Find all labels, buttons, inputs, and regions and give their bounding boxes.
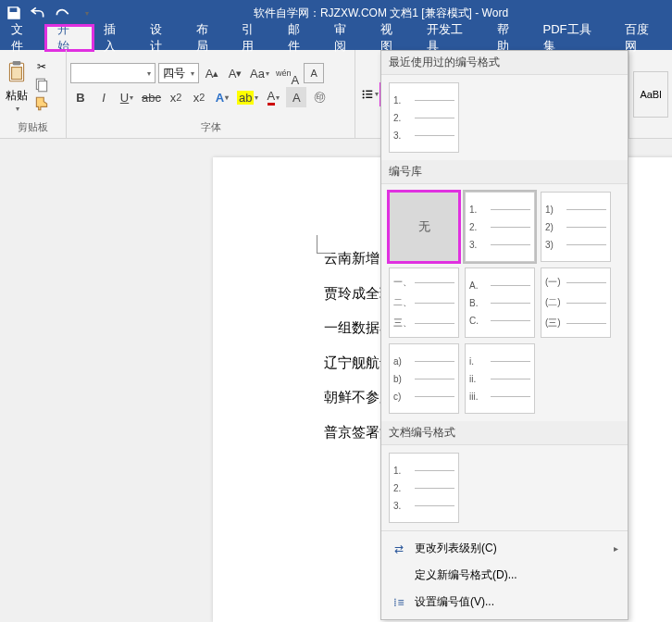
- ribbon: 粘贴 ▾ ✂ 剪贴板 ▾ 四号▾ A▴ A▾: [0, 50, 672, 139]
- font-group-label: 字体: [70, 118, 351, 136]
- svg-rect-2: [12, 68, 22, 80]
- clipboard-group-label: 剪贴板: [4, 118, 62, 136]
- doc-formats-title: 文档编号格式: [381, 421, 628, 445]
- tab-review[interactable]: 审阅: [323, 26, 369, 50]
- svg-point-7: [363, 93, 365, 94]
- define-new-format[interactable]: 定义新编号格式(D)...: [381, 562, 628, 589]
- superscript-icon[interactable]: x2: [189, 87, 209, 107]
- svg-rect-1: [13, 61, 21, 65]
- numbering-option[interactable]: 1) 2) 3): [541, 192, 611, 262]
- change-list-level[interactable]: ⇄ 更改列表级别(C) ▸: [381, 535, 628, 562]
- font-name-combo[interactable]: ▾: [70, 63, 156, 83]
- change-level-icon: ⇄: [391, 542, 407, 555]
- shrink-font-icon[interactable]: A▾: [225, 63, 245, 83]
- svg-rect-8: [366, 93, 372, 94]
- font-size-combo[interactable]: 四号▾: [158, 63, 199, 83]
- char-shading-icon[interactable]: A: [286, 87, 306, 107]
- set-numbering-value[interactable]: ⁞≡ 设置编号值(V)...: [381, 589, 628, 616]
- tab-references[interactable]: 引用: [230, 26, 277, 50]
- tab-file[interactable]: 文件: [0, 26, 46, 50]
- tab-insert[interactable]: 插入: [93, 26, 139, 50]
- subscript-icon[interactable]: x2: [166, 87, 186, 107]
- phonetic-guide-icon[interactable]: wénA: [274, 63, 301, 83]
- tab-developer[interactable]: 开发工具: [416, 26, 486, 50]
- grow-font-icon[interactable]: A▴: [202, 63, 222, 83]
- library-title: 编号库: [381, 160, 628, 184]
- numbering-none[interactable]: 无: [389, 192, 459, 262]
- undo-icon[interactable]: [30, 5, 46, 21]
- italic-icon[interactable]: I: [93, 87, 114, 107]
- tab-design[interactable]: 设计: [139, 26, 185, 50]
- qat-customize-icon[interactable]: ▾: [79, 5, 95, 21]
- tab-pdf[interactable]: PDF工具集: [532, 26, 615, 50]
- numbering-option[interactable]: 一、 二、 三、: [389, 267, 459, 338]
- svg-point-5: [363, 90, 365, 92]
- paste-label[interactable]: 粘贴: [6, 88, 28, 104]
- numbering-option[interactable]: 1. 2. 3.: [389, 82, 459, 153]
- save-icon[interactable]: [6, 5, 22, 21]
- redo-icon[interactable]: [54, 5, 70, 21]
- text-effects-icon[interactable]: A▾: [212, 87, 232, 107]
- numbering-option[interactable]: 1. 2. 3.: [465, 192, 535, 262]
- svg-rect-6: [366, 90, 372, 91]
- numbering-option[interactable]: (一) (二) (三): [541, 267, 611, 338]
- numbering-option[interactable]: a) b) c): [389, 343, 459, 414]
- tab-layout[interactable]: 布局: [185, 26, 231, 50]
- paste-icon[interactable]: [4, 57, 30, 87]
- style-normal[interactable]: AaBl: [633, 71, 668, 118]
- format-painter-icon[interactable]: [33, 95, 50, 112]
- numbering-option[interactable]: i. ii. iii.: [465, 343, 535, 414]
- change-case-icon[interactable]: Aa▾: [248, 63, 271, 83]
- copy-icon[interactable]: [33, 77, 50, 93]
- cursor-indicator: [317, 235, 331, 254]
- enclose-char-icon[interactable]: ㊞: [309, 87, 330, 107]
- bullets-icon[interactable]: ▾: [359, 84, 380, 105]
- submenu-arrow-icon: ▸: [614, 543, 618, 554]
- tab-baidu[interactable]: 百度网: [614, 26, 672, 50]
- cut-icon[interactable]: ✂: [33, 58, 50, 75]
- tab-help[interactable]: 帮助: [486, 26, 532, 50]
- strikethrough-icon[interactable]: abc: [140, 87, 163, 107]
- svg-rect-10: [366, 96, 372, 97]
- clear-format-icon[interactable]: A: [304, 63, 324, 83]
- svg-point-9: [363, 96, 365, 98]
- highlight-icon[interactable]: ab▾: [235, 87, 260, 107]
- bold-icon[interactable]: B: [70, 87, 91, 107]
- font-color-icon[interactable]: A▾: [263, 87, 283, 107]
- svg-rect-4: [39, 81, 47, 92]
- set-value-icon: ⁞≡: [391, 596, 407, 609]
- window-title: 软件自学网：RJZXW.COM 文档1 [兼容模式] - Word: [95, 6, 666, 21]
- numbering-dropdown: 最近使用过的编号格式 1. 2. 3. 编号库 无 1. 2. 3. 1) 2): [380, 50, 628, 620]
- tab-mailings[interactable]: 邮件: [277, 26, 323, 50]
- numbering-option[interactable]: A. B. C.: [465, 267, 535, 338]
- numbering-option[interactable]: 1. 2. 3.: [389, 453, 459, 523]
- ribbon-tabs: 文件 开始 插入 设计 布局 引用 邮件 审阅 视图 开发工具 帮助 PDF工具…: [0, 26, 672, 50]
- tab-home[interactable]: 开始: [46, 26, 93, 50]
- tab-view[interactable]: 视图: [369, 26, 416, 50]
- underline-icon[interactable]: U▾: [117, 87, 137, 107]
- recent-formats-title: 最近使用过的编号格式: [381, 51, 628, 75]
